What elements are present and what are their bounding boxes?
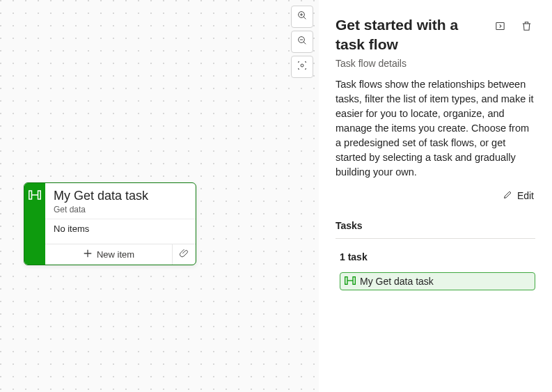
task-flow-icon <box>345 276 356 287</box>
delete-button[interactable] <box>517 18 535 36</box>
plus-icon <box>83 249 93 260</box>
fit-view-icon <box>297 60 308 74</box>
expand-icon <box>494 20 506 35</box>
task-flow-icon <box>29 190 41 203</box>
svg-line-5 <box>303 42 306 44</box>
fit-view-button[interactable] <box>291 56 313 78</box>
details-panel: Get started with a task flow Task flow d… <box>319 0 552 392</box>
zoom-in-icon <box>297 10 308 24</box>
zoom-out-icon <box>297 35 308 49</box>
details-title: Get started with a task flow <box>336 15 482 55</box>
svg-rect-14 <box>345 276 347 284</box>
zoom-in-button[interactable] <box>291 6 313 28</box>
task-chip[interactable]: My Get data task <box>340 272 535 290</box>
task-card-no-items: No items <box>45 219 196 244</box>
attach-button[interactable] <box>172 244 196 265</box>
attachment-icon <box>179 248 190 262</box>
expand-button[interactable] <box>491 18 509 36</box>
details-description: Task flows show the relationships betwee… <box>336 77 535 180</box>
task-chip-label: My Get data task <box>360 276 434 287</box>
svg-rect-8 <box>29 191 32 199</box>
svg-line-1 <box>303 17 306 19</box>
zoom-controls <box>291 6 313 78</box>
canvas[interactable]: My Get data task Get data No items New i… <box>0 0 319 392</box>
tasks-section-title: Tasks <box>336 220 535 239</box>
task-card-spine <box>24 183 45 265</box>
trash-icon <box>521 20 533 35</box>
svg-rect-9 <box>38 191 41 199</box>
task-count: 1 task <box>340 251 535 262</box>
task-card-title: My Get data task <box>45 183 196 203</box>
new-item-label: New item <box>97 249 134 260</box>
task-card-subtitle: Get data <box>45 203 196 219</box>
svg-point-7 <box>301 64 303 67</box>
task-card-body: My Get data task Get data No items New i… <box>45 183 196 265</box>
svg-rect-13 <box>496 22 503 29</box>
edit-label: Edit <box>517 190 534 201</box>
details-kicker: Task flow details <box>336 58 535 69</box>
svg-rect-15 <box>353 276 355 284</box>
new-item-button[interactable]: New item <box>45 244 172 265</box>
pencil-icon <box>503 189 513 202</box>
edit-button[interactable]: Edit <box>501 187 535 205</box>
zoom-out-button[interactable] <box>291 31 313 53</box>
task-card[interactable]: My Get data task Get data No items New i… <box>24 182 196 265</box>
